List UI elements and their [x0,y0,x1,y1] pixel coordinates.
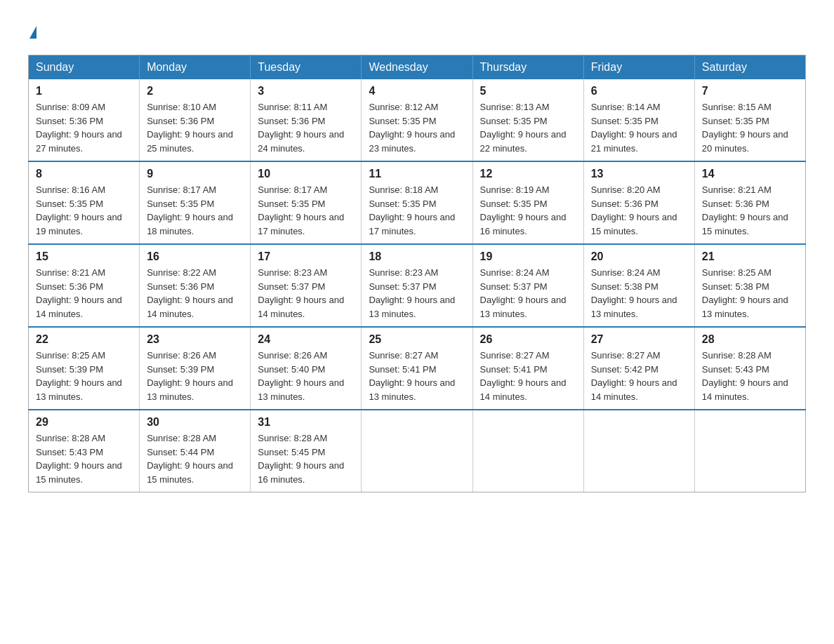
day-info: Sunrise: 8:10 AMSunset: 5:36 PMDaylight:… [147,100,243,155]
calendar-cell: 30Sunrise: 8:28 AMSunset: 5:44 PMDayligh… [140,410,251,492]
day-info: Sunrise: 8:21 AMSunset: 5:36 PMDaylight:… [702,183,798,238]
calendar-cell: 18Sunrise: 8:23 AMSunset: 5:37 PMDayligh… [362,244,472,327]
day-number: 29 [36,416,132,429]
calendar-cell: 26Sunrise: 8:27 AMSunset: 5:41 PMDayligh… [472,327,583,410]
day-number: 4 [369,85,465,98]
calendar-cell: 9Sunrise: 8:17 AMSunset: 5:35 PMDaylight… [140,161,251,244]
day-info: Sunrise: 8:23 AMSunset: 5:37 PMDaylight:… [258,266,354,321]
day-info: Sunrise: 8:12 AMSunset: 5:35 PMDaylight:… [369,100,465,155]
calendar-cell: 24Sunrise: 8:26 AMSunset: 5:40 PMDayligh… [251,327,362,410]
day-info: Sunrise: 8:26 AMSunset: 5:40 PMDaylight:… [258,349,354,403]
day-number: 25 [369,333,465,346]
day-info: Sunrise: 8:24 AMSunset: 5:38 PMDaylight:… [591,266,687,321]
calendar-cell: 5Sunrise: 8:13 AMSunset: 5:35 PMDaylight… [472,79,583,161]
calendar-cell [694,410,805,492]
day-number: 15 [36,250,132,263]
day-info: Sunrise: 8:17 AMSunset: 5:35 PMDaylight:… [147,183,243,238]
day-info: Sunrise: 8:22 AMSunset: 5:36 PMDaylight:… [147,266,243,321]
calendar-cell: 7Sunrise: 8:15 AMSunset: 5:35 PMDaylight… [694,79,805,161]
calendar-week-3: 15Sunrise: 8:21 AMSunset: 5:36 PMDayligh… [29,244,806,327]
calendar-cell: 28Sunrise: 8:28 AMSunset: 5:43 PMDayligh… [694,327,805,410]
day-number: 12 [480,168,576,180]
logo [28,21,37,41]
calendar-week-4: 22Sunrise: 8:25 AMSunset: 5:39 PMDayligh… [29,327,806,410]
logo-general-row [28,21,37,41]
day-number: 24 [258,333,354,346]
day-number: 3 [258,85,354,98]
calendar-cell: 1Sunrise: 8:09 AMSunset: 5:36 PMDaylight… [29,79,140,161]
calendar-cell: 6Sunrise: 8:14 AMSunset: 5:35 PMDaylight… [583,79,694,161]
day-info: Sunrise: 8:23 AMSunset: 5:37 PMDaylight:… [369,266,465,321]
calendar-cell: 27Sunrise: 8:27 AMSunset: 5:42 PMDayligh… [583,327,694,410]
weekday-header-friday: Friday [583,55,694,80]
calendar-cell: 16Sunrise: 8:22 AMSunset: 5:36 PMDayligh… [140,244,251,327]
day-info: Sunrise: 8:13 AMSunset: 5:35 PMDaylight:… [480,100,576,155]
day-number: 10 [258,168,354,180]
day-info: Sunrise: 8:16 AMSunset: 5:35 PMDaylight:… [36,183,132,238]
calendar-cell: 31Sunrise: 8:28 AMSunset: 5:45 PMDayligh… [251,410,362,492]
calendar-cell: 23Sunrise: 8:26 AMSunset: 5:39 PMDayligh… [140,327,251,410]
day-number: 7 [702,85,798,98]
calendar-cell: 15Sunrise: 8:21 AMSunset: 5:36 PMDayligh… [29,244,140,327]
day-info: Sunrise: 8:09 AMSunset: 5:36 PMDaylight:… [36,100,132,155]
calendar-cell: 11Sunrise: 8:18 AMSunset: 5:35 PMDayligh… [362,161,472,244]
day-number: 26 [480,333,576,346]
calendar-cell: 4Sunrise: 8:12 AMSunset: 5:35 PMDaylight… [362,79,472,161]
calendar-week-2: 8Sunrise: 8:16 AMSunset: 5:35 PMDaylight… [29,161,806,244]
day-info: Sunrise: 8:28 AMSunset: 5:43 PMDaylight:… [36,431,132,486]
day-number: 19 [480,250,576,263]
day-info: Sunrise: 8:11 AMSunset: 5:36 PMDaylight:… [258,100,354,155]
day-number: 11 [369,168,465,180]
calendar-cell: 20Sunrise: 8:24 AMSunset: 5:38 PMDayligh… [583,244,694,327]
calendar-cell: 10Sunrise: 8:17 AMSunset: 5:35 PMDayligh… [251,161,362,244]
calendar-week-5: 29Sunrise: 8:28 AMSunset: 5:43 PMDayligh… [29,410,806,492]
calendar-cell: 19Sunrise: 8:24 AMSunset: 5:37 PMDayligh… [472,244,583,327]
day-number: 30 [147,416,243,429]
day-info: Sunrise: 8:18 AMSunset: 5:35 PMDaylight:… [369,183,465,238]
day-info: Sunrise: 8:14 AMSunset: 5:35 PMDaylight:… [591,100,687,155]
day-number: 2 [147,85,243,98]
day-number: 27 [591,333,687,346]
day-info: Sunrise: 8:28 AMSunset: 5:43 PMDaylight:… [702,349,798,403]
weekday-header-sunday: Sunday [29,55,140,80]
day-info: Sunrise: 8:27 AMSunset: 5:41 PMDaylight:… [480,349,576,403]
day-info: Sunrise: 8:27 AMSunset: 5:41 PMDaylight:… [369,349,465,403]
calendar-cell: 2Sunrise: 8:10 AMSunset: 5:36 PMDaylight… [140,79,251,161]
calendar-body: 1Sunrise: 8:09 AMSunset: 5:36 PMDaylight… [29,79,806,492]
logo-triangle-icon [29,26,37,39]
calendar-cell [583,410,694,492]
day-info: Sunrise: 8:25 AMSunset: 5:39 PMDaylight:… [36,349,132,403]
calendar-cell: 25Sunrise: 8:27 AMSunset: 5:41 PMDayligh… [362,327,472,410]
day-number: 31 [258,416,354,429]
page-header [28,21,806,41]
weekday-header-wednesday: Wednesday [362,55,472,80]
calendar-cell [362,410,472,492]
calendar-cell: 17Sunrise: 8:23 AMSunset: 5:37 PMDayligh… [251,244,362,327]
day-info: Sunrise: 8:24 AMSunset: 5:37 PMDaylight:… [480,266,576,321]
day-number: 21 [702,250,798,263]
day-info: Sunrise: 8:17 AMSunset: 5:35 PMDaylight:… [258,183,354,238]
weekday-header-tuesday: Tuesday [251,55,362,80]
day-number: 5 [480,85,576,98]
weekday-header-saturday: Saturday [694,55,805,80]
calendar-cell: 22Sunrise: 8:25 AMSunset: 5:39 PMDayligh… [29,327,140,410]
day-number: 14 [702,168,798,180]
day-number: 28 [702,333,798,346]
calendar-cell: 21Sunrise: 8:25 AMSunset: 5:38 PMDayligh… [694,244,805,327]
calendar-cell: 8Sunrise: 8:16 AMSunset: 5:35 PMDaylight… [29,161,140,244]
day-info: Sunrise: 8:28 AMSunset: 5:44 PMDaylight:… [147,431,243,486]
day-number: 23 [147,333,243,346]
calendar-cell: 13Sunrise: 8:20 AMSunset: 5:36 PMDayligh… [583,161,694,244]
day-number: 9 [147,168,243,180]
day-number: 6 [591,85,687,98]
calendar-cell: 12Sunrise: 8:19 AMSunset: 5:35 PMDayligh… [472,161,583,244]
weekday-header-monday: Monday [140,55,251,80]
day-info: Sunrise: 8:20 AMSunset: 5:36 PMDaylight:… [591,183,687,238]
day-info: Sunrise: 8:28 AMSunset: 5:45 PMDaylight:… [258,431,354,486]
day-info: Sunrise: 8:19 AMSunset: 5:35 PMDaylight:… [480,183,576,238]
day-number: 17 [258,250,354,263]
calendar-cell [472,410,583,492]
day-number: 13 [591,168,687,180]
calendar-header: SundayMondayTuesdayWednesdayThursdayFrid… [29,55,806,80]
calendar-cell: 3Sunrise: 8:11 AMSunset: 5:36 PMDaylight… [251,79,362,161]
